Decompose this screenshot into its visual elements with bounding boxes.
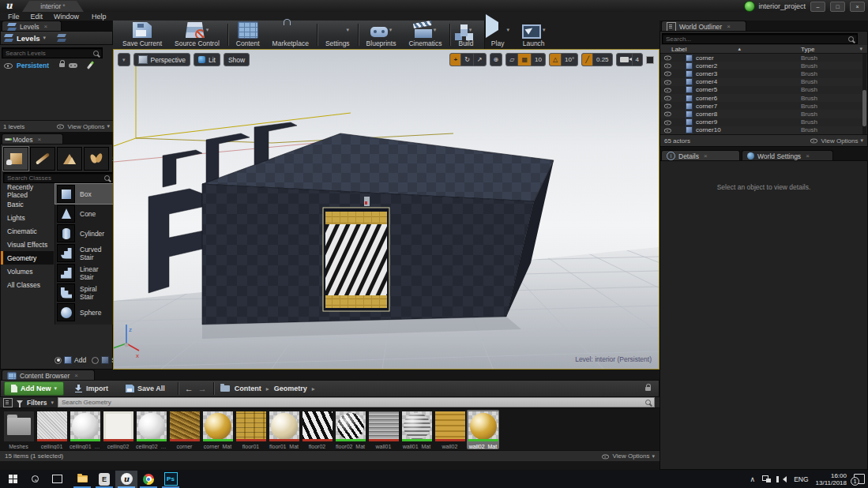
geometry-item-linear-stair[interactable]: Linear Stair — [55, 263, 114, 283]
epic-launcher-button[interactable]: E — [93, 471, 115, 488]
level-viewport[interactable]: z x y ▾ Perspective Lit Show + ↻ ↗ ⊕ ▱ ▦… — [113, 49, 659, 370]
level-row-persistent[interactable]: Persistent — [0, 60, 113, 70]
mode-paint-button[interactable] — [30, 147, 55, 171]
start-button[interactable] — [2, 471, 24, 488]
clock[interactable]: 16:00 13/11/2018 — [816, 472, 847, 486]
category-basic[interactable]: Basic — [1, 197, 54, 211]
cinematics-button[interactable]: ▾Cinematics — [402, 20, 448, 50]
outliner-row[interactable]: corner8Brush — [660, 110, 867, 118]
category-visual-effects[interactable]: Visual Effects — [1, 238, 54, 251]
asset-tile[interactable]: ceiling01_Mat — [69, 410, 101, 449]
category-recently-placed[interactable]: Recently Placed — [1, 184, 54, 197]
levels-dropdown-caret-icon[interactable]: ▾ — [43, 35, 47, 41]
level-visibility-eye-icon[interactable] — [4, 62, 13, 69]
source-control-button[interactable]: ▾Source Control — [168, 20, 226, 50]
outliner-row[interactable]: corner7Brush — [660, 102, 867, 110]
outliner-row[interactable]: cornerBrush — [660, 54, 867, 62]
category-geometry[interactable]: Geometry — [1, 251, 54, 265]
geometry-item-sphere[interactable]: Sphere — [55, 302, 114, 322]
category-cinematic[interactable]: Cinematic — [1, 224, 54, 238]
level-edit-pencil-icon[interactable] — [87, 61, 94, 69]
levels-view-options[interactable]: View Options▾ — [56, 123, 110, 130]
asset-tile[interactable]: wall02 — [434, 410, 466, 449]
camera-speed-value[interactable]: 4 — [633, 54, 642, 66]
row-visibility-eye-icon[interactable] — [664, 128, 671, 133]
surface-snap-icon[interactable]: ▱ — [506, 54, 518, 66]
asset-tile[interactable]: floor01 — [235, 410, 267, 449]
tab-world-settings-close-icon[interactable]: × — [806, 152, 810, 160]
geometry-item-curved-stair[interactable]: Curved Stair — [55, 243, 114, 263]
menu-edit[interactable]: Edit — [31, 13, 43, 21]
outliner-row[interactable]: corner4Brush — [660, 78, 867, 86]
mode-landscape-button[interactable] — [57, 147, 82, 171]
level-lock-icon[interactable] — [59, 63, 65, 67]
marketplace-button[interactable]: Marketplace — [266, 20, 315, 50]
scale-snap-icon[interactable]: ╱ — [582, 54, 593, 66]
row-visibility-eye-icon[interactable] — [664, 71, 671, 76]
blueprints-button[interactable]: ▾Blueprints — [360, 20, 403, 50]
build-button[interactable]: ▾Build — [452, 20, 479, 50]
launch-button[interactable]: ▾Launch — [516, 20, 552, 50]
camera-speed-icon[interactable] — [617, 54, 633, 66]
mode-place-button[interactable] — [3, 147, 28, 171]
category-lights[interactable]: Lights — [1, 211, 54, 224]
tab-details[interactable]: i Details × — [661, 150, 740, 161]
viewport-show-button[interactable]: Show — [224, 53, 250, 66]
asset-tile-selected[interactable]: wall02_Mat — [467, 410, 499, 449]
outliner-scrollbar[interactable] — [862, 54, 866, 134]
tab-world-settings[interactable]: World Settings × — [742, 150, 833, 161]
tab-world-outliner[interactable]: World Outliner × — [661, 21, 746, 32]
tab-content-browser-close-icon[interactable]: × — [74, 372, 78, 379]
add-new-button[interactable]: Add New ▾ — [4, 381, 64, 396]
content-browser-view-options[interactable]: View Options▾ — [601, 452, 655, 460]
asset-tile[interactable]: wall01 — [367, 410, 400, 449]
tab-levels[interactable]: Levels × — [2, 21, 62, 32]
network-icon[interactable] — [762, 475, 771, 482]
geometry-item-box[interactable]: Box — [55, 184, 114, 204]
brush-add-radio[interactable] — [54, 357, 62, 364]
world-local-globe-icon[interactable]: ⊕ — [490, 54, 502, 66]
save-all-button[interactable]: Save All — [119, 381, 171, 396]
photoshop-button[interactable]: Ps — [160, 471, 182, 488]
import-button[interactable]: Import — [69, 381, 115, 396]
asset-tile[interactable]: ceiling02 — [102, 410, 134, 449]
rotation-snap-icon[interactable]: △ — [550, 54, 562, 66]
sources-panel-toggle-icon[interactable] — [3, 398, 13, 407]
speaker-icon[interactable] — [783, 476, 787, 482]
row-visibility-eye-icon[interactable] — [664, 79, 671, 84]
geometry-item-cone[interactable]: Cone — [55, 204, 114, 223]
tab-world-outliner-close-icon[interactable]: × — [727, 23, 731, 30]
task-view-button[interactable] — [46, 471, 68, 488]
rotation-snap-value[interactable]: 10° — [562, 54, 577, 66]
asset-tile[interactable]: corner_Mat — [201, 410, 234, 449]
action-center-icon[interactable]: 1 — [854, 474, 865, 484]
row-visibility-eye-icon[interactable] — [664, 119, 671, 124]
outliner-row[interactable]: corner9Brush — [660, 118, 867, 126]
sort-asc-icon[interactable]: ▴ — [738, 46, 742, 52]
tab-content-browser[interactable]: Content Browser × — [2, 370, 95, 381]
outliner-col-type[interactable]: Type — [801, 46, 814, 53]
category-all-classes[interactable]: All Classes — [1, 278, 54, 291]
asset-search-input[interactable]: Search Geometry — [58, 397, 655, 407]
outliner-row[interactable]: corner2Brush — [660, 62, 867, 69]
viewport-perspective-button[interactable]: Perspective — [133, 53, 190, 66]
type-filter-caret-icon[interactable]: ▾ — [859, 46, 862, 52]
play-button[interactable]: ▾Play — [479, 20, 516, 50]
forward-icon[interactable]: → — [198, 384, 207, 393]
row-visibility-eye-icon[interactable] — [664, 96, 671, 100]
outliner-row[interactable]: corner6Brush — [660, 94, 867, 102]
row-visibility-eye-icon[interactable] — [664, 111, 671, 116]
grid-snap-icon[interactable]: ▦ — [518, 54, 532, 66]
scale-tool-icon[interactable]: ↗ — [474, 54, 486, 66]
content-browser-lock-icon[interactable] — [645, 387, 651, 391]
asset-tile[interactable]: ceiling01 — [36, 410, 68, 449]
levels-search-input[interactable]: Search Levels — [2, 47, 103, 58]
outliner-row[interactable]: corner5Brush — [660, 86, 867, 94]
grid-snap-value[interactable]: 10 — [532, 54, 545, 66]
breadcrumb-content[interactable]: Content — [235, 385, 261, 392]
maximize-button[interactable]: □ — [830, 2, 845, 12]
asset-tile[interactable]: floor02 — [301, 410, 333, 449]
geometry-item-cylinder[interactable]: Cylinder — [55, 223, 114, 243]
outliner-row[interactable]: corner3Brush — [660, 69, 867, 77]
save-current-button[interactable]: Save Current — [116, 20, 168, 50]
